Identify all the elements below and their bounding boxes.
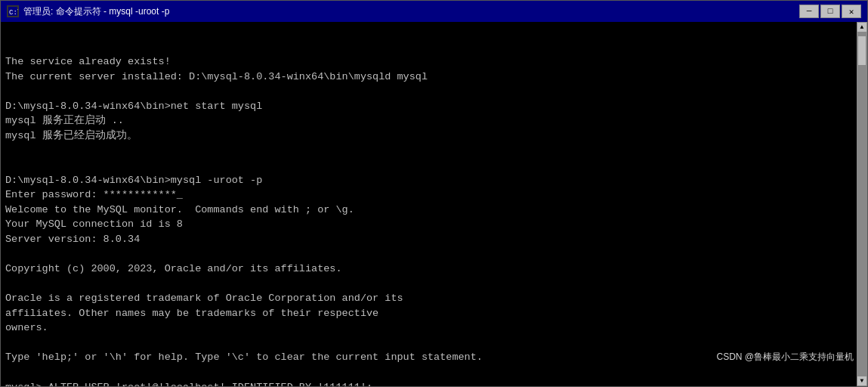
scrollbar-track[interactable] (857, 33, 867, 376)
terminal-line (5, 336, 864, 351)
window-title: 管理员: 命令提示符 - mysql -uroot -p (23, 5, 169, 18)
terminal-line: D:\mysql-8.0.34-winx64\bin>net start mys… (5, 99, 864, 114)
terminal-line: Server version: 8.0.34 (5, 232, 864, 247)
maximize-button[interactable]: □ (820, 5, 840, 18)
terminal-line: The service already exists! (5, 54, 864, 70)
title-bar-left: C:\ 管理员: 命令提示符 - mysql -uroot -p (7, 5, 169, 18)
terminal-line: mysql 服务已经启动成功。 (5, 128, 864, 144)
scroll-down-arrow[interactable]: ▼ (857, 376, 867, 386)
terminal-line: Welcome to the MySQL monitor. Commands e… (5, 203, 864, 218)
terminal-line: Your MySQL connection id is 8 (5, 217, 864, 232)
terminal-line (5, 84, 864, 99)
terminal-line (5, 246, 864, 262)
terminal-content: The service already exists!The current s… (5, 25, 864, 386)
terminal-line: owners. (5, 320, 864, 336)
cmd-icon: C:\ (7, 5, 19, 17)
terminal-line: The current server installed: D:\mysql-8… (5, 70, 864, 85)
terminal-line (5, 365, 864, 380)
scroll-up-arrow[interactable]: ▲ (857, 22, 867, 33)
svg-text:C:\: C:\ (9, 9, 18, 17)
scrollbar[interactable]: ▲ ▼ (857, 22, 867, 386)
close-button[interactable]: ✕ (842, 5, 861, 18)
watermark-text: CSDN @鲁棒最小二乘支持向量机 (716, 351, 854, 364)
cmd-window: C:\ 管理员: 命令提示符 - mysql -uroot -p ─ □ ✕ T… (0, 0, 868, 387)
terminal-line: Copyright (c) 2000, 2023, Oracle and/or … (5, 262, 864, 277)
terminal-line (5, 144, 864, 159)
scrollbar-thumb[interactable] (857, 36, 866, 66)
terminal-line: Oracle is a registered trademark of Orac… (5, 291, 864, 306)
terminal-line: affiliates. Other names may be trademark… (5, 306, 864, 321)
terminal-line: D:\mysql-8.0.34-winx64\bin>mysql -uroot … (5, 173, 864, 188)
terminal-body[interactable]: The service already exists!The current s… (1, 22, 867, 386)
terminal-line: mysql> ALTER USER 'root'@'localhost' IDE… (5, 380, 864, 387)
window-controls: ─ □ ✕ (799, 5, 861, 18)
terminal-line (5, 158, 864, 173)
minimize-button[interactable]: ─ (799, 5, 819, 18)
terminal-line: mysql 服务正在启动 .. (5, 113, 864, 128)
title-bar: C:\ 管理员: 命令提示符 - mysql -uroot -p ─ □ ✕ (1, 1, 867, 22)
terminal-line (5, 277, 864, 292)
terminal-line: Enter password: ************_ (5, 187, 864, 203)
